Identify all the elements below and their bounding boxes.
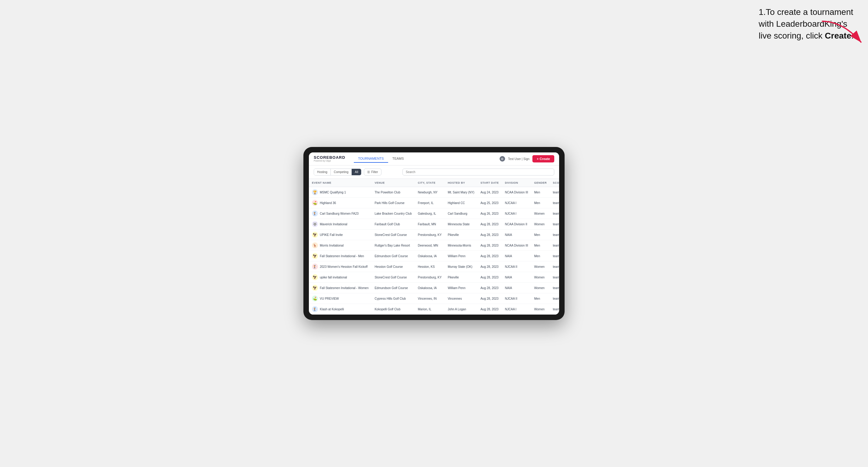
start-date-cell-8: Aug 28, 2023 xyxy=(477,272,502,283)
team-icon-0: 🏆 xyxy=(312,189,318,195)
division-cell-3: NCAA Division II xyxy=(502,219,531,229)
team-icon-7: 🏌 xyxy=(312,263,318,270)
scoring-cell-2: team, Stroke Play xyxy=(550,208,559,219)
venue-cell-0: The Powelton Club xyxy=(371,187,414,198)
division-cell-6: NAIA xyxy=(502,251,531,261)
hosted-by-cell-6: William Penn xyxy=(445,251,477,261)
app-header: SCOREBOARD Powered by Clippi TOURNAMENTS… xyxy=(309,152,559,165)
division-cell-4: NAIA xyxy=(502,229,531,240)
division-cell-9: NAIA xyxy=(502,283,531,293)
gender-cell-10: Men xyxy=(531,293,550,304)
division-cell-10: NJCAA II xyxy=(502,293,531,304)
table-row: 🦅 UPIKE Fall Invite StoneCrest Golf Cour… xyxy=(309,229,559,240)
event-name-text-5: Morris Invitational xyxy=(320,244,343,247)
scoring-cell-7: team, Stroke Play xyxy=(550,261,559,272)
filter-all-btn[interactable]: All xyxy=(352,169,361,175)
start-date-cell-1: Aug 25, 2023 xyxy=(477,198,502,208)
city-state-cell-4: Prestonsburg, KY xyxy=(415,229,445,240)
events-table-container: EVENT NAME VENUE CITY, STATE HOSTED BY S… xyxy=(309,179,559,315)
filter-competing-btn[interactable]: Competing xyxy=(331,169,352,175)
city-state-cell-11: Marion, IL xyxy=(415,304,445,315)
start-date-cell-2: Aug 26, 2023 xyxy=(477,208,502,219)
col-city-state: CITY, STATE xyxy=(415,179,445,187)
event-name-cell-0: 🏆 MSMC Qualifying 1 xyxy=(309,187,371,198)
event-name-text-3: Maverick Invitational xyxy=(320,223,347,226)
gender-cell-9: Women xyxy=(531,283,550,293)
team-icon-4: 🦅 xyxy=(312,232,318,238)
event-name-text-1: Highland 36 xyxy=(320,201,336,205)
table-row: 🏌 Klash at Kokopelli Kokopelli Golf Club… xyxy=(309,304,559,315)
city-state-cell-1: Freeport, IL xyxy=(415,198,445,208)
table-row: ⛳ Highland 36 Park Hills Golf Course Fre… xyxy=(309,198,559,208)
gender-cell-7: Women xyxy=(531,261,550,272)
scoring-cell-0: team, Stroke Play xyxy=(550,187,559,198)
division-cell-5: NCAA Division III xyxy=(502,240,531,251)
hosted-by-cell-10: Vincennes xyxy=(445,293,477,304)
venue-cell-3: Faribault Golf Club xyxy=(371,219,414,229)
scoring-cell-6: team, Stroke Play xyxy=(550,251,559,261)
event-name-text-11: Klash at Kokopelli xyxy=(320,308,344,311)
settings-icon[interactable]: ⚙ xyxy=(500,156,505,161)
team-icon-9: 🦅 xyxy=(312,285,318,291)
team-icon-10: ⛳ xyxy=(312,295,318,302)
table-row: 🦌 Morris Invitational Ruttger's Bay Lake… xyxy=(309,240,559,251)
start-date-cell-5: Aug 28, 2023 xyxy=(477,240,502,251)
event-name-cell-4: 🦅 UPIKE Fall Invite xyxy=(309,229,371,240)
gender-cell-3: Women xyxy=(531,219,550,229)
hosted-by-cell-1: Highland CC xyxy=(445,198,477,208)
hosted-by-cell-8: Pikeville xyxy=(445,272,477,283)
create-button[interactable]: + Create xyxy=(532,155,554,162)
hosted-by-cell-7: Murray State (OK) xyxy=(445,261,477,272)
table-row: 🐺 Maverick Invitational Faribault Golf C… xyxy=(309,219,559,229)
event-name-cell-2: 🏌 Carl Sandburg Women FA23 xyxy=(309,208,371,219)
event-name-cell-11: 🏌 Klash at Kokopelli xyxy=(309,304,371,315)
hosted-by-cell-3: Minnesota State xyxy=(445,219,477,229)
event-name-cell-9: 🦅 Fall Statesmen Invitational - Women xyxy=(309,283,371,293)
team-icon-11: 🏌 xyxy=(312,306,318,312)
division-cell-1: NJCAA I xyxy=(502,198,531,208)
tablet-screen: SCOREBOARD Powered by Clippi TOURNAMENTS… xyxy=(309,152,559,315)
venue-cell-1: Park Hills Golf Course xyxy=(371,198,414,208)
tab-teams[interactable]: TEAMS xyxy=(388,155,408,163)
filter-btn[interactable]: ☰ Filter xyxy=(364,168,381,176)
division-cell-8: NAIA xyxy=(502,272,531,283)
search-input[interactable] xyxy=(402,168,554,176)
venue-cell-11: Kokopelli Golf Club xyxy=(371,304,414,315)
gender-cell-4: Men xyxy=(531,229,550,240)
gender-cell-6: Men xyxy=(531,251,550,261)
tab-tournaments[interactable]: TOURNAMENTS xyxy=(354,155,388,163)
col-event-name: EVENT NAME xyxy=(309,179,371,187)
division-cell-0: NCAA Division III xyxy=(502,187,531,198)
gender-cell-1: Men xyxy=(531,198,550,208)
header-right: ⚙ Test User | Sign + Create xyxy=(500,155,554,162)
division-cell-7: NJCAA II xyxy=(502,261,531,272)
hosted-by-cell-11: John A Logan xyxy=(445,304,477,315)
event-name-cell-3: 🐺 Maverick Invitational xyxy=(309,219,371,229)
table-row: 🦅 upike fall invitational StoneCrest Gol… xyxy=(309,272,559,283)
arrow-indicator xyxy=(813,18,867,49)
division-cell-2: NJCAA I xyxy=(502,208,531,219)
city-state-cell-6: Oskaloosa, IA xyxy=(415,251,445,261)
start-date-cell-3: Aug 28, 2023 xyxy=(477,219,502,229)
col-gender: GENDER xyxy=(531,179,550,187)
start-date-cell-7: Aug 28, 2023 xyxy=(477,261,502,272)
search-box xyxy=(402,168,554,176)
filter-hosting-btn[interactable]: Hosting xyxy=(314,169,331,175)
start-date-cell-11: Aug 28, 2023 xyxy=(477,304,502,315)
gender-cell-2: Women xyxy=(531,208,550,219)
venue-cell-5: Ruttger's Bay Lake Resort xyxy=(371,240,414,251)
col-start-date: START DATE xyxy=(477,179,502,187)
table-row: 🏆 MSMC Qualifying 1 The Powelton Club Ne… xyxy=(309,187,559,198)
table-row: 🦅 Fall Statesmen Invitational - Men Edmu… xyxy=(309,251,559,261)
event-name-text-7: 2023 Women's Hesston Fall Kickoff xyxy=(320,265,368,269)
event-name-text-2: Carl Sandburg Women FA23 xyxy=(320,212,359,215)
scoring-cell-10: team, Stroke Play xyxy=(550,293,559,304)
team-icon-3: 🐺 xyxy=(312,221,318,227)
filter-group: Hosting Competing All xyxy=(314,168,362,176)
tablet-frame: SCOREBOARD Powered by Clippi TOURNAMENTS… xyxy=(303,147,565,320)
city-state-cell-2: Galesburg, IL xyxy=(415,208,445,219)
gender-cell-11: Women xyxy=(531,304,550,315)
table-row: 🏌 2023 Women's Hesston Fall Kickoff Hess… xyxy=(309,261,559,272)
main-nav: TOURNAMENTS TEAMS xyxy=(354,155,408,163)
events-table: EVENT NAME VENUE CITY, STATE HOSTED BY S… xyxy=(309,179,559,315)
